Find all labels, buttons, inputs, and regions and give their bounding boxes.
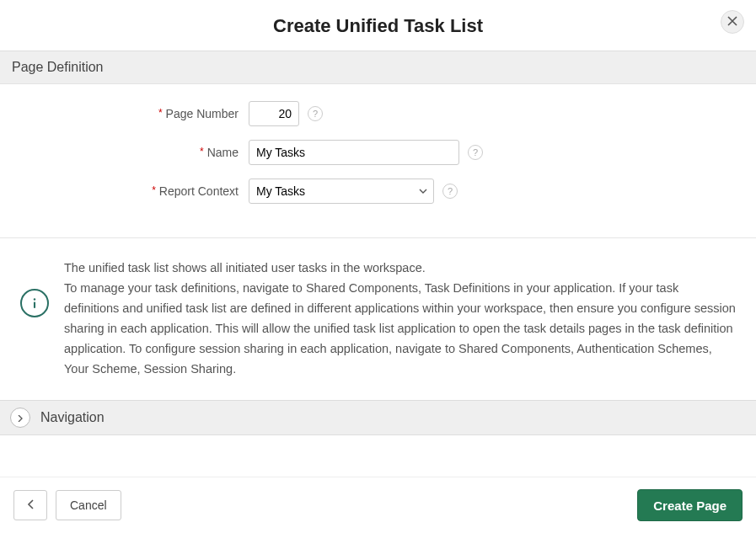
dialog-footer: Cancel Create Page: [0, 477, 756, 533]
info-line-2: To manage your task definitions, navigat…: [64, 279, 736, 380]
required-marker: *: [158, 107, 163, 119]
page-definition-form: *Page Number ? *Name ? *Report Context ?: [0, 84, 756, 237]
spacer: [0, 435, 756, 477]
close-icon: [727, 15, 737, 29]
dialog-header: Create Unified Task List: [0, 0, 756, 51]
info-block: The unified task list shows all initiate…: [0, 237, 756, 400]
section-navigation-header[interactable]: Navigation: [0, 400, 756, 435]
dialog-title: Create Unified Task List: [273, 15, 483, 37]
report-context-select[interactable]: [249, 179, 434, 204]
help-icon[interactable]: ?: [308, 106, 323, 121]
close-button[interactable]: [721, 10, 744, 34]
info-line-1: The unified task list shows all initiate…: [64, 259, 736, 279]
name-input[interactable]: [249, 140, 459, 165]
section-page-definition-header: Page Definition: [0, 51, 756, 84]
info-icon: [20, 289, 49, 317]
label-name: *Name: [17, 146, 249, 159]
create-page-button[interactable]: Create Page: [637, 489, 743, 521]
expand-navigation-button[interactable]: [10, 408, 30, 428]
page-number-input[interactable]: [249, 101, 299, 126]
back-button[interactable]: [13, 490, 47, 520]
info-text: The unified task list shows all initiate…: [64, 259, 736, 380]
label-report-context: *Report Context: [17, 184, 249, 198]
svg-rect-1: [34, 302, 35, 309]
cancel-button[interactable]: Cancel: [56, 490, 121, 520]
navigation-title: Navigation: [40, 410, 105, 425]
report-context-value[interactable]: [249, 179, 434, 204]
help-icon[interactable]: ?: [468, 145, 483, 160]
required-marker: *: [152, 184, 156, 196]
chevron-left-icon: [27, 499, 35, 512]
row-report-context: *Report Context ?: [17, 179, 739, 204]
chevron-right-icon: [17, 411, 24, 424]
svg-point-0: [34, 298, 35, 300]
label-page-number: *Page Number: [17, 107, 249, 120]
row-page-number: *Page Number ?: [17, 101, 739, 126]
required-marker: *: [200, 146, 204, 157]
row-name: *Name ?: [17, 140, 739, 165]
help-icon[interactable]: ?: [442, 184, 458, 199]
